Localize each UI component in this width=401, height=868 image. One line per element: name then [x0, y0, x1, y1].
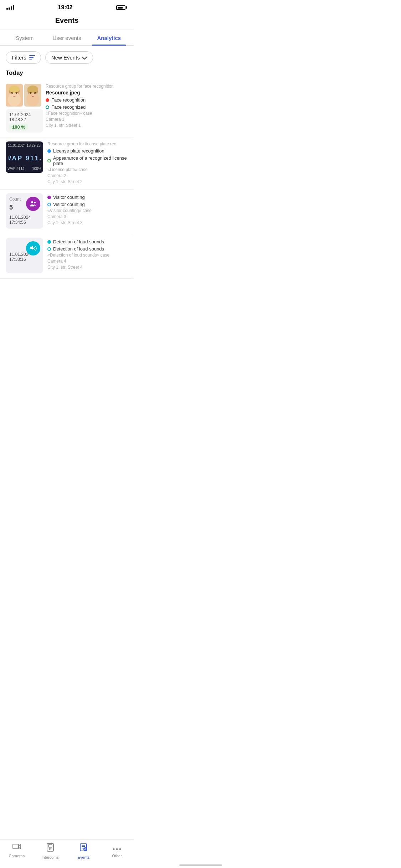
visitor-info: Visitor counting Visitor counting «Visit… — [47, 193, 128, 229]
svg-text:⊕: ⊕ — [34, 204, 36, 207]
face-rec-group: Resource group for face recognition — [46, 84, 128, 89]
tabs-container: System User events Analytics — [0, 30, 134, 46]
battery-body — [116, 5, 125, 10]
blue-dot — [47, 149, 51, 153]
sound-location: City 1, str. Street 4 — [47, 265, 128, 270]
face-thumb-container: 11.01.2024 18:48:32 100 % — [6, 84, 41, 133]
visitor-tag1: Visitor counting — [47, 195, 128, 200]
event-card-sound: 11.01.2024 17:33:16 Detection of loud so… — [0, 234, 134, 279]
lp-tag1: License plate recognition — [47, 148, 128, 154]
event-card-visitor: Count 5 ⊕ 11.01.2024 17:34:55 Visitor co… — [0, 190, 134, 234]
signal-bar-4 — [13, 5, 14, 10]
lp-location: City 1, str. Street 2 — [47, 179, 128, 184]
sound-case: «Detection of loud sounds» case — [47, 253, 128, 258]
svg-point-9 — [9, 86, 20, 93]
events-list: 11.01.2024 18:48:32 100 % Resource group… — [0, 80, 134, 307]
new-events-button[interactable]: New Events — [45, 51, 93, 64]
visitor-camera: Camera 3 — [47, 214, 128, 219]
visitor-date: 11.01.2024 17:34:55 — [9, 215, 40, 225]
face-rec-case: «Face recognition» case — [46, 111, 128, 116]
lp-plate-text: WAP 911J — [9, 153, 41, 165]
svg-point-13 — [26, 92, 39, 107]
today-section-label: Today — [0, 67, 134, 80]
face-rec-camera: Camera 1 — [46, 117, 128, 122]
face-rec-location: City 1, str. Street 1 — [46, 123, 128, 128]
lp-group: Resource group for license plate rec. — [47, 141, 128, 146]
sound-camera: Camera 4 — [47, 259, 128, 264]
status-time: 19:02 — [58, 4, 73, 11]
battery-indicator — [116, 5, 127, 10]
svg-point-6 — [8, 92, 21, 107]
svg-rect-1 — [29, 57, 34, 58]
filters-label: Filters — [12, 55, 26, 61]
lp-camera: Camera 2 — [47, 173, 128, 178]
face-match-date: 11.01.2024 18:48:32 — [9, 112, 40, 122]
signal-bar-3 — [11, 6, 12, 10]
tab-analytics[interactable]: Analytics — [88, 30, 130, 45]
svg-point-16 — [27, 86, 38, 93]
face-rec-info: Resource group for face recognition Reso… — [46, 84, 128, 133]
svg-rect-0 — [29, 55, 35, 56]
face-image-1 — [6, 84, 23, 107]
red-dot — [46, 98, 49, 102]
battery-fill — [118, 7, 123, 9]
face-match-card: 11.01.2024 18:48:32 100 % — [6, 109, 43, 133]
svg-point-19 — [34, 202, 36, 203]
tab-user-events[interactable]: User events — [46, 30, 88, 45]
svg-rect-2 — [29, 59, 32, 60]
visitor-location: City 1, str. Street 3 — [47, 220, 128, 225]
sound-tag1: Detection of loud sounds — [47, 239, 128, 244]
visitor-counting-icon: ⊕ — [26, 197, 40, 211]
face-images — [6, 84, 41, 107]
sound-tag2: Detection of loud sounds — [47, 246, 128, 252]
filter-icon — [29, 55, 35, 61]
sound-thumb: 11.01.2024 17:33:16 — [6, 238, 43, 273]
face-rec-resource: Resource.jpeg — [46, 90, 128, 95]
lp-tag2: Appearance of a recognized license plate — [47, 155, 128, 166]
signal-bar-1 — [6, 8, 8, 10]
lp-plate-label: WAP 911J — [7, 167, 24, 171]
lp-bottom-info: WAP 911J 100% — [7, 167, 41, 171]
chevron-down-icon — [82, 55, 87, 61]
visitor-thumb: Count 5 ⊕ 11.01.2024 17:34:55 — [6, 193, 43, 229]
cyan-outline-dot — [47, 247, 51, 251]
face-rec-tag2: Face recognized — [46, 104, 128, 110]
lp-pct-label: 100% — [32, 167, 41, 171]
page-title: Events — [0, 14, 134, 30]
signal-strength — [6, 5, 14, 10]
lp-case: «License plate» case — [47, 167, 128, 172]
new-events-label: New Events — [51, 55, 80, 61]
event-card-license-plate: 11.01.2024 18:29:23 WAP 911J WAP 911J 10… — [0, 138, 134, 190]
svg-text:WAP 911J: WAP 911J — [9, 155, 41, 162]
svg-point-18 — [31, 201, 34, 203]
face-rec-tag1: Face recognition — [46, 97, 128, 103]
signal-bar-2 — [9, 7, 10, 10]
visitor-tag2: Visitor counting — [47, 202, 128, 207]
tab-system[interactable]: System — [4, 30, 46, 45]
filters-button[interactable]: Filters — [6, 51, 41, 64]
face-image-2 — [24, 84, 41, 107]
filter-bar: Filters New Events — [0, 46, 134, 67]
sound-detection-icon — [26, 241, 40, 255]
visitor-case: «Visitor counting» case — [47, 208, 128, 213]
lp-info: Resource group for license plate rec. Li… — [47, 141, 128, 184]
blue-outline-dot — [47, 203, 51, 206]
license-plate-thumb: 11.01.2024 18:29:23 WAP 911J WAP 911J 10… — [6, 141, 43, 173]
event-card-face-rec: 11.01.2024 18:48:32 100 % Resource group… — [0, 80, 134, 138]
purple-dot — [47, 196, 51, 199]
battery-tip — [126, 6, 127, 9]
sound-info: Detection of loud sounds Detection of lo… — [47, 238, 128, 273]
green-outline-dot — [47, 159, 51, 162]
lp-datetime: 11.01.2024 18:29:23 — [8, 144, 41, 148]
status-bar: 19:02 — [0, 0, 134, 14]
face-match-percent: 100 % — [9, 124, 28, 130]
svg-point-21 — [32, 248, 34, 249]
teal-outline-dot — [46, 105, 49, 109]
cyan-dot — [47, 240, 51, 244]
